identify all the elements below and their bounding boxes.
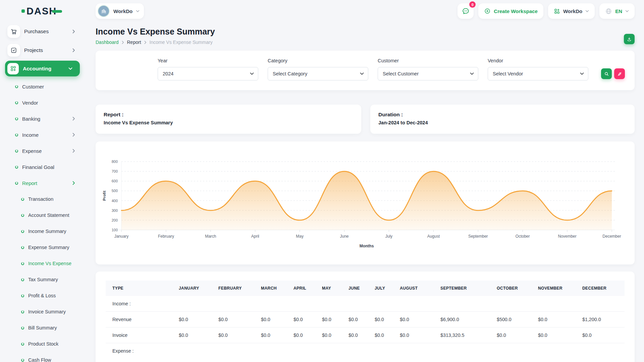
chevron-down-icon bbox=[585, 10, 589, 12]
svg-text:May: May bbox=[296, 234, 304, 239]
chevron-down-icon bbox=[68, 67, 72, 70]
download-report-button[interactable] bbox=[624, 34, 635, 44]
plus-circle-icon bbox=[484, 8, 491, 14]
sidebar-item-label: Transaction bbox=[28, 196, 53, 202]
sidebar-item-label: Cash Flow bbox=[28, 357, 51, 362]
sidebar-item-product-stock[interactable]: Product Stock bbox=[0, 336, 87, 352]
sidebar-item-account-statement[interactable]: Account Statement bbox=[0, 207, 87, 223]
sidebar-item-label: Customer bbox=[22, 84, 44, 89]
sidebar-item-banking[interactable]: Banking bbox=[0, 111, 87, 127]
bullet-icon bbox=[21, 359, 24, 362]
bullet-icon bbox=[15, 117, 18, 120]
table-card: TYPEJANUARYFEBRUARYMARCHAPRILMAYJUNEJULY… bbox=[96, 272, 635, 362]
svg-text:February: February bbox=[158, 234, 174, 239]
create-workspace-label: Create Workspace bbox=[494, 8, 538, 14]
page-head: Income Vs Expense Summary Dashboard Repo… bbox=[96, 27, 635, 45]
sidebar-item-income-summary[interactable]: Income Summary bbox=[0, 223, 87, 239]
sidebar-item-label: Income Summary bbox=[28, 229, 66, 234]
sidebar-item-vendor[interactable]: Vendor bbox=[0, 95, 87, 111]
apply-filter-button[interactable] bbox=[601, 68, 612, 79]
column-header-october: OCTOBER bbox=[490, 281, 531, 296]
create-workspace-button[interactable]: Create Workspace bbox=[478, 3, 543, 19]
customer-select[interactable]: Select Customer bbox=[378, 67, 478, 80]
column-header-april: APRIL bbox=[287, 281, 315, 296]
sidebar-item-label: Bill Summary bbox=[28, 325, 57, 330]
table-cell bbox=[434, 343, 490, 359]
column-header-december: DECEMBER bbox=[576, 281, 625, 296]
logo-bar bbox=[52, 10, 62, 13]
y-axis-title: Profit bbox=[102, 191, 106, 201]
table-cell: $0.0 bbox=[315, 312, 342, 327]
table-cell bbox=[368, 343, 393, 359]
sidebar-item-bill-summary[interactable]: Bill Summary bbox=[0, 320, 87, 336]
duration-summary-value: Jan-2024 to Dec-2024 bbox=[378, 120, 627, 125]
bullet-icon bbox=[15, 133, 18, 136]
chevron-down-icon bbox=[470, 72, 474, 75]
year-select[interactable]: 2024 bbox=[158, 67, 258, 80]
table-cell: $0.0 bbox=[212, 327, 254, 343]
chevron-down-icon bbox=[136, 10, 140, 12]
report-table: TYPEJANUARYFEBRUARYMARCHAPRILMAYJUNEJULY… bbox=[106, 281, 625, 359]
logo[interactable]: DASH bbox=[0, 0, 87, 22]
sidebar-item-transaction[interactable]: Transaction bbox=[0, 191, 87, 207]
sidebar-item-report[interactable]: Report bbox=[0, 175, 87, 191]
cart-icon bbox=[10, 28, 17, 35]
table-cell bbox=[287, 296, 315, 312]
vendor-filter: Vendor Select Vendor bbox=[488, 58, 588, 80]
sidebar-item-accounting[interactable]: Accounting bbox=[5, 61, 80, 76]
table-cell: $0.0 bbox=[368, 312, 393, 327]
breadcrumb-report[interactable]: Report bbox=[127, 40, 141, 45]
download-icon bbox=[627, 37, 632, 42]
chevron-right-icon bbox=[72, 48, 75, 52]
category-filter: Category Select Category bbox=[268, 58, 368, 80]
sidebar-item-expense[interactable]: Expense bbox=[0, 143, 87, 159]
category-select[interactable]: Select Category bbox=[268, 67, 368, 80]
chevron-right-icon bbox=[72, 133, 75, 137]
workspace-switcher[interactable]: WorkDo bbox=[96, 3, 144, 19]
sidebar-item-profit-loss[interactable]: Profit & Loss bbox=[0, 288, 87, 304]
sidebar-item-cash-flow[interactable]: Cash Flow bbox=[0, 352, 87, 362]
column-header-january: JANUARY bbox=[172, 281, 212, 296]
sidebar-item-label: Report bbox=[22, 180, 37, 186]
duration-summary-title: Duration : bbox=[378, 112, 627, 118]
sidebar-item-financial-goal[interactable]: Financial Goal bbox=[0, 159, 87, 175]
table-cell bbox=[490, 343, 531, 359]
reset-filter-button[interactable] bbox=[614, 68, 625, 79]
svg-text:500: 500 bbox=[112, 189, 118, 193]
row-label: Expense : bbox=[106, 343, 172, 359]
language-selector[interactable]: EN bbox=[599, 3, 635, 19]
table-cell bbox=[254, 343, 287, 359]
bullet-icon bbox=[15, 182, 18, 185]
sidebar-item-tax-summary[interactable]: Tax Summary bbox=[0, 272, 87, 288]
messages-badge: 0 bbox=[469, 1, 476, 8]
duration-summary-card: Duration : Jan-2024 to Dec-2024 bbox=[370, 105, 635, 134]
table-cell: $0.0 bbox=[254, 327, 287, 343]
table-row-invoice: Invoice$0.0$0.0$0.0$0.0$0.0$0.0$0.0$0.0$… bbox=[106, 327, 625, 343]
table-row-expense: Expense : bbox=[106, 343, 625, 359]
sidebar-item-projects[interactable]: Projects bbox=[0, 41, 87, 60]
table-cell bbox=[342, 296, 368, 312]
bullet-icon bbox=[15, 101, 18, 104]
svg-text:July: July bbox=[385, 234, 392, 239]
column-header-may: MAY bbox=[315, 281, 342, 296]
sidebar-item-income[interactable]: Income bbox=[0, 127, 87, 143]
svg-text:100: 100 bbox=[112, 228, 118, 232]
grid-plus-icon bbox=[554, 8, 560, 14]
messages-button[interactable]: 0 bbox=[458, 3, 474, 19]
sidebar-item-label: Account Statement bbox=[28, 213, 69, 218]
sidebar-item-expense-summary[interactable]: Expense Summary bbox=[0, 239, 87, 255]
sidebar-item-purchases[interactable]: Purchases bbox=[0, 22, 87, 41]
sidebar-item-invoice-summary[interactable]: Invoice Summary bbox=[0, 304, 87, 320]
globe-icon bbox=[605, 8, 612, 15]
column-header-february: FEBRUARY bbox=[212, 281, 254, 296]
filter-buttons bbox=[601, 68, 625, 79]
breadcrumb-current: Income Vs Expense Summary bbox=[150, 40, 213, 45]
bullet-icon bbox=[21, 262, 24, 265]
sidebar-item-income-vs-expense[interactable]: Income Vs Expense bbox=[0, 255, 87, 272]
sidebar-item-customer[interactable]: Customer bbox=[0, 78, 87, 95]
breadcrumb-dashboard[interactable]: Dashboard bbox=[96, 40, 119, 45]
svg-text:600: 600 bbox=[112, 179, 118, 183]
workdo-menu-button[interactable]: WorkDo bbox=[548, 3, 595, 19]
vendor-select[interactable]: Select Vendor bbox=[488, 67, 588, 80]
svg-text:September: September bbox=[468, 234, 488, 239]
